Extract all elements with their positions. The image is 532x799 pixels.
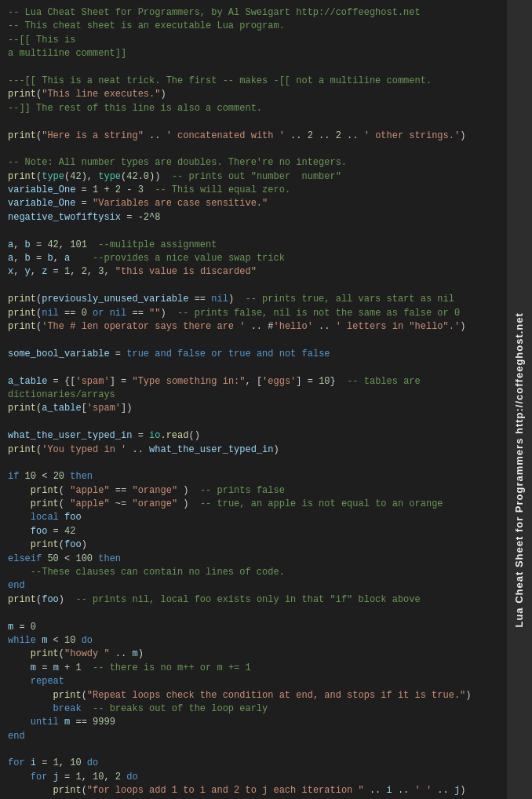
sidebar-text: Lua Cheat Sheet for Programmers http://c… — [507, 0, 532, 799]
sidebar-label: Lua Cheat Sheet for Programmers http://c… — [512, 313, 527, 628]
code-content: -- Lua Cheat Sheet for Programmers, by A… — [0, 0, 507, 799]
code-block: -- Lua Cheat Sheet for Programmers, by A… — [8, 6, 499, 799]
